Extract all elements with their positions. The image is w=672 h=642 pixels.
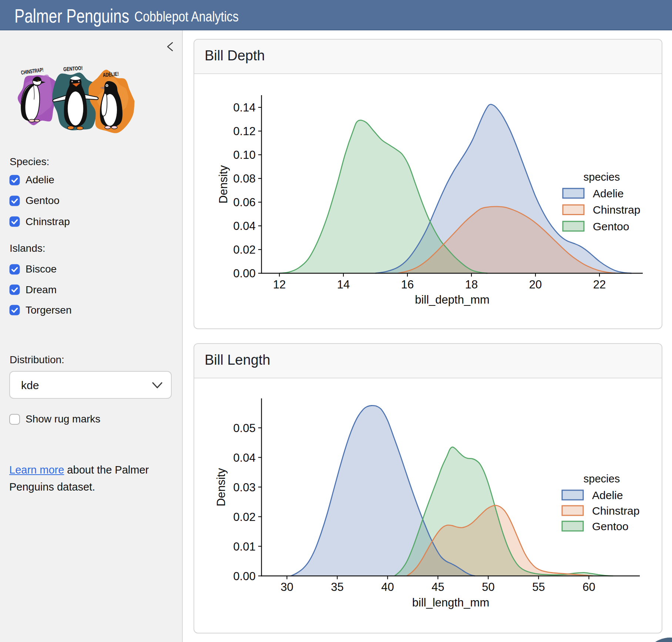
svg-text:18: 18 <box>465 278 478 291</box>
svg-text:0.06: 0.06 <box>233 196 255 209</box>
svg-text:Gentoo: Gentoo <box>593 220 629 233</box>
svg-text:40: 40 <box>381 581 394 593</box>
svg-text:0.05: 0.05 <box>233 422 255 435</box>
svg-text:GENTOO!: GENTOO! <box>63 65 83 73</box>
svg-text:Adelie: Adelie <box>593 187 624 200</box>
svg-text:12: 12 <box>273 278 286 291</box>
svg-text:0.04: 0.04 <box>233 220 255 233</box>
svg-text:0.14: 0.14 <box>233 101 255 114</box>
svg-text:30: 30 <box>280 581 293 593</box>
svg-text:55: 55 <box>532 581 545 593</box>
svg-text:0.01: 0.01 <box>233 540 255 553</box>
svg-text:CHINSTRAP!: CHINSTRAP! <box>21 67 44 76</box>
svg-text:0.03: 0.03 <box>233 481 255 494</box>
svg-text:14: 14 <box>337 278 350 291</box>
svg-text:0.00: 0.00 <box>233 267 255 280</box>
svg-text:60: 60 <box>582 581 595 593</box>
svg-text:ADÉLIE!: ADÉLIE! <box>103 71 119 78</box>
svg-text:Chinstrap: Chinstrap <box>593 204 640 216</box>
svg-text:0.12: 0.12 <box>233 125 255 138</box>
svg-text:0.10: 0.10 <box>233 148 255 161</box>
svg-text:Adelie: Adelie <box>592 489 623 501</box>
svg-text:bill_length_mm: bill_length_mm <box>412 596 490 609</box>
svg-text:16: 16 <box>401 278 414 291</box>
svg-text:species: species <box>584 171 620 183</box>
svg-text:50: 50 <box>482 581 494 593</box>
svg-text:species: species <box>584 473 620 485</box>
svg-text:0.02: 0.02 <box>233 511 255 524</box>
svg-text:45: 45 <box>431 581 444 593</box>
svg-text:Gentoo: Gentoo <box>592 520 628 532</box>
svg-text:35: 35 <box>331 581 343 593</box>
svg-text:0.08: 0.08 <box>233 172 255 185</box>
svg-text:20: 20 <box>529 278 542 291</box>
svg-text:Density: Density <box>217 165 230 204</box>
svg-text:Chinstrap: Chinstrap <box>592 505 639 517</box>
svg-text:0.00: 0.00 <box>233 570 255 583</box>
svg-text:Density: Density <box>215 468 228 506</box>
svg-text:22: 22 <box>593 278 606 291</box>
svg-text:bill_depth_mm: bill_depth_mm <box>415 293 490 306</box>
svg-text:0.04: 0.04 <box>233 451 255 464</box>
svg-text:0.02: 0.02 <box>233 243 255 256</box>
